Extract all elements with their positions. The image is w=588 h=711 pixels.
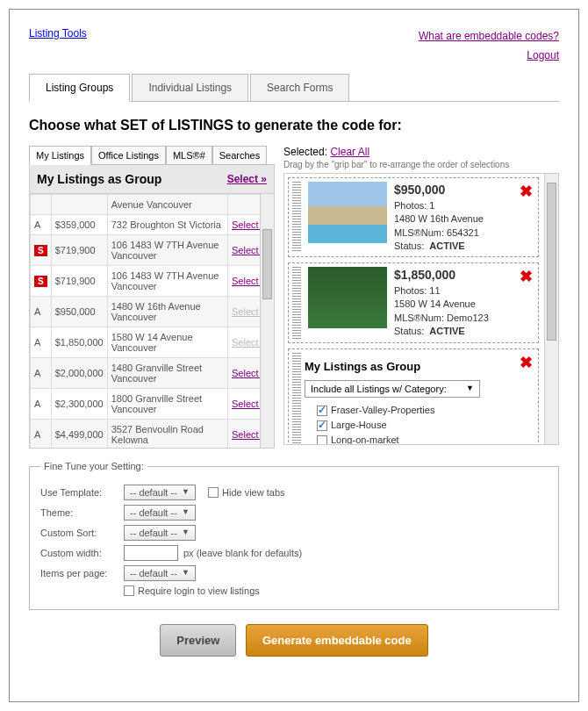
tab-individual-listings[interactable]: Individual Listings bbox=[132, 74, 248, 101]
delete-icon[interactable]: ✖ bbox=[520, 182, 533, 201]
listing-thumbnail bbox=[308, 182, 387, 243]
card-price: $1,850,000 bbox=[394, 267, 489, 284]
table-row: A$4,499,0003527 Benvoulin Road KelownaSe… bbox=[31, 420, 274, 449]
preview-button[interactable]: Preview bbox=[160, 624, 236, 657]
table-row: A$1,850,0001580 W 14 Avenue VancouverSel… bbox=[31, 327, 274, 358]
use-template-label: Use Template: bbox=[40, 487, 124, 498]
hide-tabs-checkbox[interactable] bbox=[208, 487, 219, 498]
hide-tabs-label: Hide view tabs bbox=[222, 487, 285, 498]
fine-tune-fieldset: Fine Tune your Setting: Use Template: --… bbox=[29, 461, 559, 610]
category-checkbox[interactable] bbox=[317, 435, 327, 445]
selected-card: $1,850,000Photos: 111580 W 14 AvenueMLS®… bbox=[288, 262, 539, 342]
items-pp-label: Items per page: bbox=[40, 568, 124, 578]
table-row: A$2,000,0001480 Granville Street Vancouv… bbox=[31, 358, 274, 389]
category-checkbox[interactable] bbox=[317, 406, 327, 416]
scroll-thumb[interactable] bbox=[262, 229, 272, 299]
subtab-searches[interactable]: Searches bbox=[212, 146, 267, 164]
delete-icon[interactable]: ✖ bbox=[520, 353, 533, 372]
select-all-link[interactable]: Select » bbox=[227, 173, 267, 185]
drag-hint: Drag by the "grip bar" to re-arrange the… bbox=[283, 160, 559, 169]
chevron-down-icon: ▼ bbox=[466, 384, 474, 394]
scroll-thumb[interactable] bbox=[547, 183, 556, 341]
clear-all-link[interactable]: Clear All bbox=[330, 146, 369, 158]
custom-width-input[interactable] bbox=[124, 545, 178, 561]
category-label: Fraser-Valley-Properties bbox=[331, 405, 434, 415]
grip-bar[interactable] bbox=[292, 267, 301, 338]
card-price: $950,000 bbox=[394, 182, 484, 199]
category-checkbox[interactable] bbox=[317, 420, 327, 431]
category-label: Large-House bbox=[331, 420, 387, 430]
selected-panel: $950,000Photos: 11480 W 16th AvenueMLS®N… bbox=[283, 173, 559, 445]
use-template-select[interactable]: -- default --▼ bbox=[124, 485, 196, 500]
listings-scroll: Avenue VancouverA$359,000732 Broughton S… bbox=[29, 194, 275, 449]
status-badge: S bbox=[34, 245, 47, 256]
listing-thumbnail bbox=[308, 267, 387, 328]
subtab-my-listings[interactable]: My Listings bbox=[29, 146, 91, 165]
listings-table: Avenue VancouverA$359,000732 Broughton S… bbox=[30, 194, 274, 449]
tab-listing-groups[interactable]: Listing Groups bbox=[29, 74, 130, 102]
custom-width-label: Custom width: bbox=[40, 548, 124, 558]
subtab-office-listings[interactable]: Office Listings bbox=[91, 146, 166, 164]
table-row: A$2,300,0001800 Granville Street Vancouv… bbox=[31, 389, 274, 420]
category-select[interactable]: Include all Listings w/ Category: ▼ bbox=[305, 380, 480, 398]
button-row: Preview Generate embeddable code bbox=[29, 624, 559, 657]
page-heading: Choose what SET of LISTINGS to generate … bbox=[29, 118, 559, 133]
table-row: A$359,000732 Broughton St VictoriaSelect… bbox=[31, 215, 274, 235]
custom-sort-label: Custom Sort: bbox=[40, 528, 124, 538]
table-row: S$719,900106 1483 W 7TH Avenue Vancouver… bbox=[31, 266, 274, 297]
theme-select[interactable]: -- default --▼ bbox=[124, 505, 196, 521]
tab-search-forms[interactable]: Search Forms bbox=[250, 74, 349, 101]
group-header: My Listings as Group Select » bbox=[29, 165, 275, 194]
table-row: Avenue Vancouver bbox=[31, 195, 274, 215]
table-row: S$719,900106 1483 W 7TH Avenue Vancouver… bbox=[31, 235, 274, 266]
subtab-mlsnum[interactable]: MLS®# bbox=[166, 146, 212, 164]
card-info: $950,000Photos: 11480 W 16th AvenueMLS®N… bbox=[394, 182, 484, 253]
category-row: Long-on-market bbox=[305, 433, 531, 446]
status-badge: S bbox=[34, 276, 47, 287]
selected-header: Selected: Clear All bbox=[283, 146, 559, 158]
category-row: Fraser-Valley-Properties bbox=[305, 403, 531, 418]
columns: My Listings Office Listings MLS®# Search… bbox=[29, 146, 559, 449]
theme-label: Theme: bbox=[40, 507, 124, 518]
top-right-links: What are embeddable codes? Logout bbox=[419, 27, 559, 65]
category-label: Long-on-market bbox=[331, 434, 399, 445]
scrollbar[interactable] bbox=[544, 174, 558, 444]
category-row: Large-House bbox=[305, 418, 531, 433]
custom-sort-select[interactable]: -- default --▼ bbox=[124, 525, 196, 541]
group-card: ✖ My Listings as Group Include all Listi… bbox=[288, 348, 539, 446]
group-card-title: My Listings as Group bbox=[305, 360, 531, 373]
main-tabs: Listing Groups Individual Listings Searc… bbox=[29, 74, 559, 102]
category-select-label: Include all Listings w/ Category: bbox=[311, 384, 447, 394]
listing-tools-link[interactable]: Listing Tools bbox=[29, 27, 87, 40]
left-column: My Listings Office Listings MLS®# Search… bbox=[29, 146, 275, 449]
logout-link[interactable]: Logout bbox=[419, 47, 559, 66]
top-bar: Listing Tools What are embeddable codes?… bbox=[29, 27, 559, 65]
px-hint: px (leave blank for defaults) bbox=[183, 548, 302, 558]
scrollbar[interactable] bbox=[260, 194, 274, 448]
sub-tabs: My Listings Office Listings MLS®# Search… bbox=[29, 146, 275, 165]
delete-icon[interactable]: ✖ bbox=[520, 267, 533, 286]
grip-bar[interactable] bbox=[292, 182, 301, 253]
selected-card: $950,000Photos: 11480 W 16th AvenueMLS®N… bbox=[288, 177, 539, 257]
grip-bar[interactable] bbox=[292, 353, 301, 446]
fieldset-legend: Fine Tune your Setting: bbox=[40, 461, 147, 471]
selected-label: Selected: bbox=[283, 146, 327, 158]
table-row: A$950,0001480 W 16th Avenue VancouverSel… bbox=[31, 297, 274, 327]
group-title: My Listings as Group bbox=[37, 172, 161, 186]
card-info: $1,850,000Photos: 111580 W 14 AvenueMLS®… bbox=[394, 267, 489, 338]
require-login-label: Require login to view listings bbox=[138, 585, 260, 596]
right-column: Selected: Clear All Drag by the "grip ba… bbox=[283, 146, 559, 449]
what-are-codes-link[interactable]: What are embeddable codes? bbox=[419, 27, 559, 47]
app-frame: Listing Tools What are embeddable codes?… bbox=[9, 9, 579, 702]
require-login-checkbox[interactable] bbox=[124, 585, 134, 596]
items-pp-select[interactable]: -- default --▼ bbox=[124, 565, 196, 581]
generate-button[interactable]: Generate embeddable code bbox=[246, 624, 428, 657]
